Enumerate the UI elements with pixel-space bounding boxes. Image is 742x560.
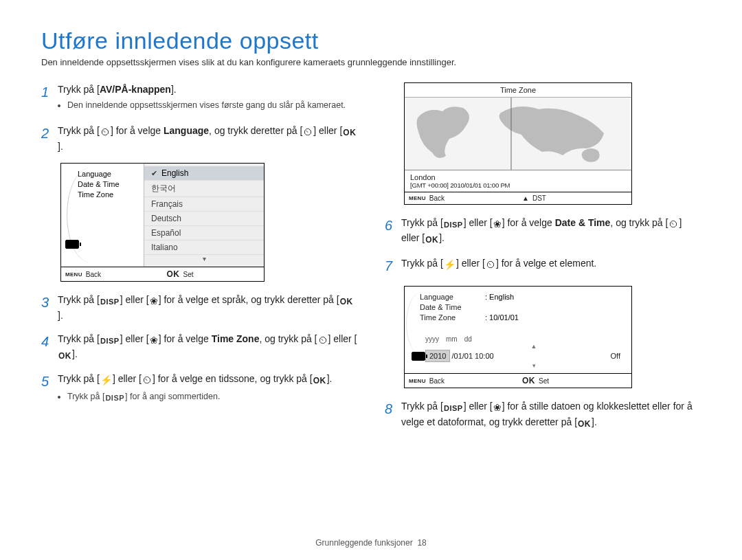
step-body: Trykk på [⚡] eller [⏲] for å velge et el… [401, 256, 701, 276]
timer-icon: ⏲ [302, 125, 313, 139]
step-number: 8 [385, 399, 401, 430]
up-icon: ▲ [522, 194, 529, 202]
manual-page: Utføre innledende oppsett Den inneldende… [0, 0, 742, 560]
timer-icon: ⏲ [317, 333, 328, 347]
check-icon: ✔ [151, 169, 157, 178]
datetime-screenshot: Language: English Date & Time Time Zone:… [404, 286, 632, 389]
step-number: 4 [41, 332, 58, 363]
step-body: Trykk på [DISP] eller [❀] for å velge Da… [401, 216, 701, 247]
timer-icon: ⏲ [485, 258, 496, 271]
timezone-info: London [GMT +00:00] 2010/01/01 01:00 PM [405, 170, 631, 192]
lang-options: ✔English 한국어 Français Deutsch Español It… [144, 164, 264, 267]
timezone-screenshot: Time Zone London [G [404, 82, 632, 205]
step-6: 6 Trykk på [DISP] eller [❀] for å velge … [385, 216, 701, 247]
ok-icon: OK [339, 296, 354, 308]
macro-icon: ❀ [493, 401, 502, 414]
step-1-bullet: Den inneldende oppsettsskjermen vises fø… [67, 99, 357, 111]
ok-icon: OK [58, 350, 72, 362]
disp-icon: DISP [100, 336, 120, 347]
step-number: 7 [385, 256, 401, 276]
left-column: 1 Trykk på [AV/PÅ-knappen]. Den innelden… [41, 82, 357, 440]
timer-icon: ⏲ [142, 373, 153, 387]
step-number: 3 [41, 293, 58, 322]
disp-icon: DISP [104, 393, 125, 404]
step-1: 1 Trykk på [AV/PÅ-knappen]. Den innelden… [41, 82, 357, 114]
step-3: 3 Trykk på [DISP] eller [❀] for å velge … [41, 293, 357, 322]
chevron-up-icon: ▲ [442, 344, 626, 348]
dt-rows: Language: English Date & Time Time Zone:… [405, 287, 631, 328]
flash-icon: ⚡ [443, 258, 456, 271]
world-map [405, 98, 631, 170]
macro-icon: ❀ [149, 333, 159, 347]
menu-icon: MENU [65, 271, 82, 278]
flash-icon: ⚡ [100, 373, 113, 387]
lang-option: Deutsch [144, 212, 264, 226]
step-number: 1 [41, 82, 58, 114]
step-body: Trykk på [⏲] for å velge Language, og tr… [58, 124, 357, 153]
step-number: 5 [41, 372, 58, 406]
language-screenshot: Language Date & Time Time Zone ✔English … [60, 163, 265, 282]
lang-footer: MENUBack OKSet [61, 267, 264, 281]
tz-footer: MENUBack ▲DST [405, 192, 631, 204]
battery-icon [412, 352, 425, 361]
lang-option-english: ✔English [144, 166, 264, 181]
step-4: 4 Trykk på [DISP] eller [❀] for å velge … [41, 332, 357, 363]
step-2: 2 Trykk på [⏲] for å velge Language, og … [41, 124, 357, 153]
lang-option: Français [144, 197, 264, 212]
step-8: 8 Trykk på [DISP] eller [❀] for å stille… [385, 399, 701, 430]
battery-icon [65, 240, 79, 249]
step-body: Trykk på [DISP] eller [❀] for å velge et… [58, 293, 357, 322]
step-number: 2 [41, 124, 58, 153]
dt-footer: MENUBack OKSet [405, 373, 631, 388]
step-7: 7 Trykk på [⚡] eller [⏲] for å velge et … [385, 256, 701, 276]
ok-icon: OK [577, 418, 592, 430]
macro-icon: ❀ [149, 294, 159, 308]
menu-icon: MENU [409, 195, 426, 201]
timer-icon: ⏲ [100, 125, 111, 139]
step-5-bullet: Trykk på [DISP] for å angi sommertiden. [67, 390, 357, 404]
step-number: 6 [385, 216, 401, 247]
timer-icon: ⏲ [668, 217, 679, 231]
step-body: Trykk på [⚡] eller [⏲] for å velge en ti… [58, 372, 357, 406]
macro-icon: ❀ [493, 217, 502, 231]
lang-option: Italiano [144, 240, 264, 255]
step-body: Trykk på [DISP] eller [❀] for å stille d… [401, 399, 701, 430]
ok-icon: OK [313, 375, 327, 387]
columns: 1 Trykk på [AV/PÅ-knappen]. Den innelden… [41, 82, 701, 440]
step-body: Trykk på [DISP] eller [❀] for å velge Ti… [58, 332, 357, 363]
page-title: Utføre innledende oppsett [41, 27, 701, 54]
ok-icon: OK [342, 127, 357, 139]
intro-text: Den inneldende oppsettsskjermen vises sl… [41, 57, 701, 67]
dt-fields: yyyymmdd ▲ 2010 /01/01 10:00 Off ▾ [425, 335, 626, 368]
menu-icon: MENU [409, 378, 426, 384]
disp-icon: DISP [443, 403, 464, 414]
chevron-down-icon: ▾ [442, 363, 626, 368]
right-column: Time Zone London [G [385, 82, 701, 440]
step-body: Trykk på [AV/PÅ-knappen]. Den inneldende… [58, 82, 357, 114]
ok-icon: OK [425, 234, 439, 246]
lang-option: 한국어 [144, 181, 264, 197]
lang-left-list: Language Date & Time Time Zone [61, 164, 144, 267]
ok-icon: OK [167, 269, 180, 279]
ok-icon: OK [522, 376, 535, 385]
step-5: 5 Trykk på [⚡] eller [⏲] for å velge en … [41, 372, 357, 406]
disp-icon: DISP [443, 220, 464, 231]
page-footer: Grunnleggende funksjoner 18 [0, 538, 742, 548]
chevron-down-icon: ▾ [144, 255, 264, 262]
disp-icon: DISP [100, 297, 120, 308]
lang-option: Español [144, 226, 264, 240]
